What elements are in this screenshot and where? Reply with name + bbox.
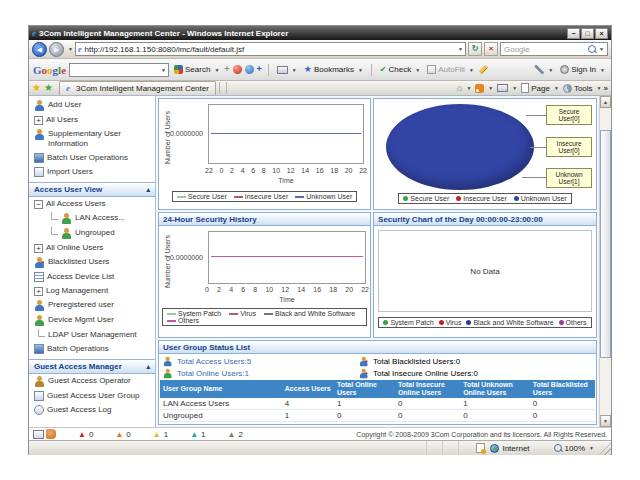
cell-insecure-online: 0 bbox=[395, 410, 460, 422]
collapse-icon[interactable]: ▴ bbox=[146, 186, 150, 194]
sidebar-item-import-users[interactable]: Import Users bbox=[29, 165, 155, 179]
tools-menu-button[interactable]: Tools ▼ bbox=[561, 80, 604, 96]
guest-operator-icon bbox=[34, 376, 45, 387]
add-user-icon bbox=[34, 100, 45, 111]
address-dropdown-icon[interactable]: ▼ bbox=[458, 46, 463, 52]
home-button[interactable]: ⌂ ▼ bbox=[455, 80, 473, 96]
sidebar-item-preregistered-user[interactable]: Preregistered user bbox=[29, 298, 155, 313]
sidebar-item-add-user[interactable]: Add User bbox=[29, 98, 155, 113]
expand-icon[interactable] bbox=[34, 287, 43, 296]
sidebar-item-batch-user-operations[interactable]: Batch User Operations bbox=[29, 151, 155, 165]
translate-icon[interactable] bbox=[233, 65, 242, 74]
sidebar-item-blacklisted-users[interactable]: Blacklisted Users bbox=[29, 255, 155, 270]
browser-search-input[interactable]: Google ▼ bbox=[500, 42, 608, 56]
sidebar-item-label: LDAP User Management bbox=[48, 330, 137, 340]
column-header[interactable]: Total Blacklisted Users bbox=[530, 380, 595, 398]
sidewiki-icon[interactable] bbox=[245, 65, 254, 74]
column-header[interactable]: Access Users bbox=[282, 380, 334, 398]
column-header[interactable]: User Group Name bbox=[160, 380, 282, 398]
google-search-input[interactable]: ▼ bbox=[69, 63, 169, 77]
scrollbar-track[interactable] bbox=[600, 108, 611, 415]
column-header[interactable]: Total Insecure Online Users bbox=[395, 380, 460, 398]
zoom-dropdown-icon[interactable]: ▼ bbox=[589, 445, 594, 451]
scroll-down-button[interactable]: ▼ bbox=[600, 415, 611, 427]
restore-button[interactable]: □ bbox=[581, 28, 594, 39]
sign-in-button[interactable]: Sign In ▼ bbox=[558, 62, 607, 78]
preregistered-user-icon bbox=[34, 300, 45, 311]
sidebar-item-device-mgmt-user[interactable]: Device Mgmt User bbox=[29, 313, 155, 328]
add-tool-icon[interactable]: + bbox=[224, 65, 229, 74]
sidebar-item-guest-access-operator[interactable]: Guest Access Operator bbox=[29, 374, 155, 389]
refresh-button[interactable]: ↻ bbox=[468, 42, 482, 56]
add-favorite-icon[interactable]: ★ bbox=[44, 83, 53, 93]
close-button[interactable]: × bbox=[595, 28, 608, 39]
highlighter-icon[interactable] bbox=[479, 65, 488, 74]
collapse-tree-icon[interactable] bbox=[34, 200, 43, 209]
autofill-button[interactable]: AutoFill ▼ bbox=[425, 62, 476, 78]
summary-total-access-users[interactable]: Total Access Users:5 bbox=[163, 356, 251, 367]
google-search-dropdown-icon[interactable]: ▼ bbox=[161, 67, 166, 73]
page-menu-button[interactable]: Page ▼ bbox=[519, 80, 561, 96]
send-to-button[interactable]: ▼ bbox=[275, 62, 299, 78]
panel-header-guest-access-manager[interactable]: Guest Access Manager ▴ bbox=[29, 359, 155, 374]
panel-header-access-user-view[interactable]: Access User View ▴ bbox=[29, 182, 155, 197]
favorites-icon[interactable]: ★ bbox=[32, 83, 41, 93]
sidebar-item-lan-access[interactable]: LAN Access... bbox=[42, 211, 155, 226]
sidebar-item-all-users[interactable]: All Users bbox=[29, 113, 155, 127]
sidebar-item-access-device-list[interactable]: Access Device List bbox=[29, 270, 155, 284]
sidebar-item-guest-access-user-group[interactable]: Guest Access User Group bbox=[29, 389, 155, 403]
toolbar-settings-button[interactable]: ▼ bbox=[532, 62, 555, 78]
alarm-major[interactable]: ▲ 0 bbox=[115, 430, 130, 439]
summary-total-online-users[interactable]: Total Online Users:1 bbox=[163, 368, 249, 379]
alarm-count: 2 bbox=[238, 430, 242, 439]
column-header[interactable]: Total Unknown Online Users bbox=[460, 380, 530, 398]
summary-label: Total Blacklisted Users:0 bbox=[373, 357, 460, 366]
collapse-icon[interactable]: ▴ bbox=[146, 363, 150, 371]
check-button[interactable]: ✔ Check ▼ bbox=[378, 62, 422, 78]
resize-grip[interactable] bbox=[598, 442, 611, 455]
sidebar-item-all-online-users[interactable]: All Online Users bbox=[29, 241, 155, 255]
print-button[interactable]: ▼ bbox=[495, 80, 519, 96]
minimize-button[interactable]: − bbox=[567, 28, 580, 39]
stop-button[interactable]: × bbox=[484, 42, 498, 56]
column-header[interactable]: Total Online Users bbox=[334, 380, 395, 398]
cell-access-users[interactable]: 4 bbox=[282, 398, 334, 410]
history-dropdown-icon[interactable]: ▼ bbox=[68, 46, 73, 52]
tab-3com-imc[interactable]: e 3Com Intelligent Management Center bbox=[59, 81, 216, 95]
alarm-minor[interactable]: ▲ 1 bbox=[153, 430, 168, 439]
search-icon[interactable] bbox=[588, 45, 597, 54]
vertical-scrollbar[interactable]: ▲ ▼ bbox=[599, 96, 611, 427]
sidebar-item-log-management[interactable]: Log Management bbox=[29, 284, 155, 298]
sidebar-item-guest-access-log[interactable]: Guest Access Log bbox=[29, 403, 155, 417]
back-button[interactable]: ◀ bbox=[32, 42, 47, 57]
expand-icon[interactable] bbox=[34, 244, 43, 253]
bookmarks-button[interactable]: ★ Bookmarks ▼ bbox=[302, 62, 365, 78]
alarm-critical[interactable]: ▲ 0 bbox=[78, 430, 93, 439]
google-search-button[interactable]: Search ▼ bbox=[172, 62, 221, 78]
legend-label: Black and White Software bbox=[473, 319, 553, 326]
alarm-sound-icon[interactable] bbox=[46, 429, 56, 439]
sidebar-item-ungrouped[interactable]: Ungrouped bbox=[42, 226, 155, 241]
forward-button[interactable]: ▶ bbox=[49, 42, 64, 57]
add-gadget-icon[interactable]: + bbox=[257, 65, 262, 74]
toolbar-overflow-chevron[interactable]: » bbox=[604, 84, 608, 93]
legend-dot bbox=[466, 320, 471, 325]
sidebar-item-ldap-user-management[interactable]: LDAP User Management bbox=[29, 328, 155, 342]
feeds-button[interactable]: ▼ bbox=[473, 80, 495, 96]
chart-legend: Secure User Insecure User Unknown User bbox=[172, 191, 357, 202]
alarm-warning[interactable]: ▲ 1 bbox=[190, 430, 205, 439]
scrollbar-thumb[interactable] bbox=[600, 130, 611, 358]
alarm-unknown[interactable]: ▲ 2 bbox=[228, 430, 243, 439]
sidebar-item-batch-operations[interactable]: Batch Operations bbox=[29, 342, 155, 356]
zoom-control[interactable]: 100% ▼ bbox=[554, 444, 594, 453]
wrench-icon bbox=[534, 65, 544, 75]
address-input[interactable]: e http://192.168.1.150:8080/imc/fault/de… bbox=[75, 42, 466, 56]
expand-icon[interactable] bbox=[34, 116, 43, 125]
search-dropdown-icon[interactable]: ▼ bbox=[599, 46, 604, 52]
sidebar-item-supplementary-user-information[interactable]: Supplementary User Information bbox=[29, 127, 155, 151]
alarm-panel-icon[interactable] bbox=[33, 430, 44, 439]
cell-access-users[interactable]: 1 bbox=[282, 410, 334, 422]
sidebar-item-all-access-users[interactable]: All Access Users bbox=[29, 197, 155, 211]
panel-title: Access User View bbox=[34, 185, 102, 194]
scroll-up-button[interactable]: ▲ bbox=[600, 96, 611, 108]
